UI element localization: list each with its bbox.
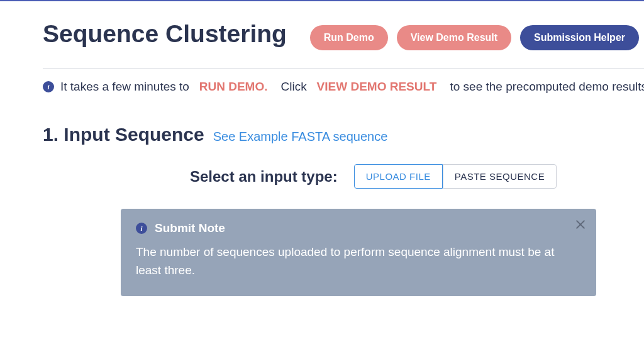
- info-view-demo-label: VIEW DEMO RESULT: [317, 80, 437, 93]
- input-type-label: Select an input type:: [190, 168, 338, 186]
- run-demo-button[interactable]: Run Demo: [310, 25, 388, 50]
- info-icon: i: [136, 223, 147, 234]
- info-icon: i: [43, 81, 54, 92]
- header-button-group: Run Demo View Demo Result Submission Hel…: [310, 25, 644, 50]
- info-text-pre: It takes a few minutes to: [60, 80, 189, 93]
- input-type-tabs: UPLOAD FILE PASTE SEQUENCE: [354, 164, 557, 189]
- close-icon[interactable]: [574, 218, 587, 231]
- example-fasta-link[interactable]: See Example FASTA sequence: [213, 130, 388, 144]
- info-bar: i It takes a few minutes to RUN DEMO. Cl…: [43, 80, 644, 94]
- header-divider: [43, 68, 644, 69]
- submit-note-body: The number of sequences uploaded to perf…: [136, 243, 566, 280]
- tab-upload-file[interactable]: UPLOAD FILE: [354, 164, 443, 189]
- section-1-title: 1. Input Sequence: [43, 124, 204, 145]
- section-1-header: 1. Input Sequence See Example FASTA sequ…: [43, 124, 644, 145]
- info-text-post: to see the precomputed demo results imm: [450, 80, 644, 93]
- submission-helper-button[interactable]: Submission Helper: [520, 25, 639, 50]
- submit-note-title: Submit Note: [155, 221, 225, 235]
- info-run-demo-label: RUN DEMO.: [199, 80, 268, 93]
- view-demo-result-button[interactable]: View Demo Result: [397, 25, 511, 50]
- tab-paste-sequence[interactable]: PASTE SEQUENCE: [443, 164, 557, 189]
- submit-note-box: i Submit Note The number of sequences up…: [121, 209, 596, 296]
- page-title: Sequence Clustering: [43, 20, 287, 48]
- info-text-mid: Click: [281, 80, 307, 93]
